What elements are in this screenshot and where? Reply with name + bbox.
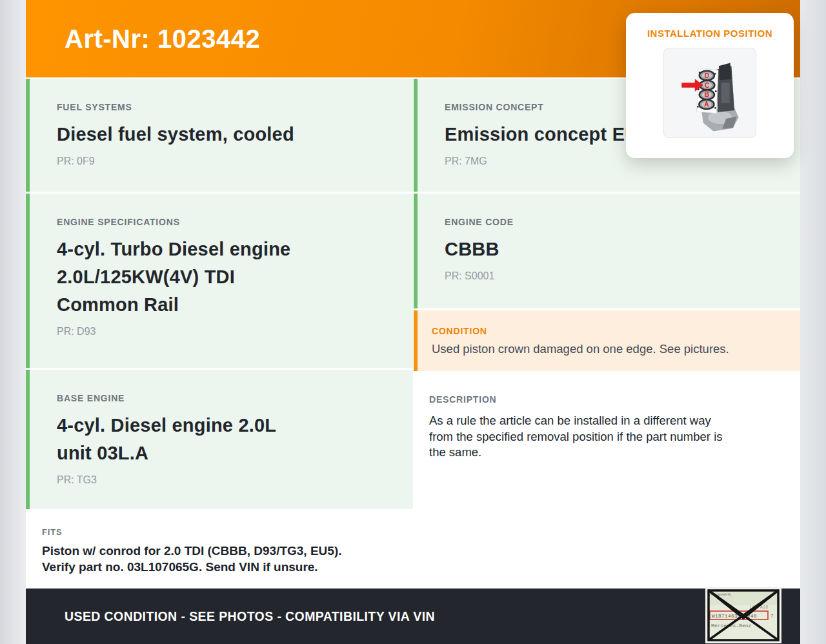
vin-suffix: 7 (771, 614, 774, 619)
engine-code-pr-code: PR: S0001 (445, 270, 781, 282)
condition-text: Used piston crown damaged on one edge. S… (432, 342, 787, 356)
card-engine-code: ENGINE CODE CBBB PR: S0001 (414, 194, 800, 308)
engine-code-value: CBBB (445, 236, 781, 263)
installation-position-card: INSTALLATION POSITION (626, 13, 794, 158)
engine-specifications-pr-code: PR: D93 (57, 326, 394, 337)
fits-label: FITS (42, 527, 400, 537)
cylinder-letter-b: B (705, 92, 709, 99)
fuel-systems-pr-code: PR: 0F9 (57, 156, 394, 167)
listing-page: Art-Nr: 1023442 FUEL SYSTEMS Diesel fuel… (0, 0, 826, 644)
bolt-hole (714, 107, 716, 109)
condition-callout: CONDITION Used piston crown damaged on o… (414, 310, 800, 371)
installation-position-title: INSTALLATION POSITION (626, 28, 794, 39)
vin-document-thumbnail: Fahrgestell-Nr. |4| A16 W1B71463J31248 7… (705, 587, 781, 643)
bolt-hole (715, 90, 717, 92)
listing-content: Art-Nr: 1023442 FUEL SYSTEMS Diesel fuel… (26, 0, 800, 644)
engine-specifications-value: 4-cyl. Turbo Diesel engine 2.0L/125KW(4V… (57, 236, 394, 319)
fuel-systems-label: FUEL SYSTEMS (57, 102, 394, 112)
cylinder-letter-a: A (704, 101, 709, 108)
card-engine-specifications: ENGINE SPECIFICATIONS 4-cyl. Turbo Diese… (26, 194, 413, 368)
engine-position-illustration: D C B A (667, 51, 752, 135)
base-engine-value: 4-cyl. Diesel engine 2.0L unit 03L.A (57, 412, 394, 467)
footer-banner: USED CONDITION - SEE PHOTOS - COMPATIBIL… (26, 589, 800, 644)
fits-text: Piston w/ conrod for 2.0 TDI (CBBB, D93/… (42, 543, 400, 575)
bolt-hole (697, 106, 699, 108)
fits-section: FITS Piston w/ conrod for 2.0 TDI (CBBB,… (26, 509, 413, 586)
engine-specifications-label: ENGINE SPECIFICATIONS (57, 217, 394, 227)
base-engine-label: BASE ENGINE (57, 393, 394, 403)
fuel-systems-value: Diesel fuel system, cooled (57, 121, 394, 148)
cylinder-letter-c: C (705, 82, 710, 89)
vin-document-illustration: Fahrgestell-Nr. |4| A16 W1B71463J31248 7… (705, 587, 781, 643)
card-base-engine: BASE ENGINE 4-cyl. Diesel engine 2.0L un… (26, 370, 413, 509)
engine-code-label: ENGINE CODE (445, 217, 781, 227)
engine-block-detail (721, 83, 730, 103)
vin-text: W1B71463J31248 (712, 614, 757, 619)
description-section: DESCRIPTION As a rule the article can be… (414, 371, 800, 461)
cylinder-letter-d: D (705, 72, 709, 79)
engine-block-top (719, 63, 732, 81)
page-title: Art-Nr: 1023442 (65, 25, 260, 54)
condition-label: CONDITION (432, 326, 787, 336)
card-fuel-systems: FUEL SYSTEMS Diesel fuel system, cooled … (26, 79, 413, 192)
base-engine-pr-code: PR: TG3 (57, 474, 394, 486)
installation-position-image-frame: D C B A (663, 48, 756, 138)
footer-text: USED CONDITION - SEE PHOTOS - COMPATIBIL… (65, 609, 435, 624)
description-label: DESCRIPTION (429, 394, 787, 405)
description-text: As a rule the article can be installed i… (429, 413, 787, 461)
